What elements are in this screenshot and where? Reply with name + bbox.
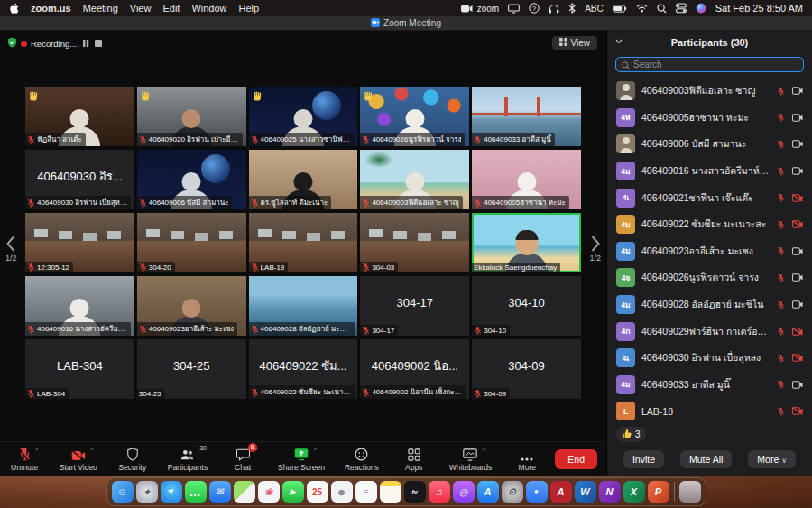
participant-row[interactable]: 406409003ฟิตีแอเลาะ ซาญู: [607, 78, 812, 105]
dock-notes-icon[interactable]: [380, 481, 401, 503]
video-tile[interactable]: LAB-304LAB-304: [25, 339, 134, 399]
video-tile[interactable]: 304-20: [137, 213, 246, 272]
apple-menu[interactable]: [9, 3, 19, 14]
toolbar-apps-button[interactable]: Apps: [399, 447, 429, 472]
dock-zoom-icon[interactable]: ●: [526, 481, 548, 503]
toolbar-participants-button[interactable]: 30^Participants: [168, 447, 208, 472]
dock-facetime-icon[interactable]: ▶: [282, 481, 304, 503]
dock-system-preferences-icon[interactable]: ⚙: [502, 481, 523, 503]
search-input[interactable]: [633, 60, 798, 69]
battery-icon[interactable]: [613, 5, 627, 13]
siri-icon[interactable]: [696, 3, 706, 14]
dock-trash-icon[interactable]: [679, 481, 701, 503]
menu-bar-clock[interactable]: Sat Feb 25 8:50 AM: [715, 3, 803, 14]
toolbar-reactions-button[interactable]: Reactions: [345, 447, 379, 472]
video-tile[interactable]: 406409030 อิร...406409030 อิรฟาน เบื่ยสุ…: [25, 150, 134, 209]
video-tile[interactable]: 304-10304-10: [472, 276, 581, 336]
video-tile[interactable]: Ekkaluck Saengduenchay: [472, 213, 581, 272]
video-tile[interactable]: 12:305-12: [25, 213, 134, 272]
more-button[interactable]: More ∨: [748, 450, 796, 468]
participant-row[interactable]: 4ม406409033 อาดีส มูนิ๊: [607, 372, 812, 399]
participant-row[interactable]: LLAB-18: [607, 398, 812, 425]
gallery-prev-button[interactable]: 1/2: [5, 236, 17, 263]
participant-row[interactable]: 4จ406409026นูรฟิรดาวน์ จารง: [607, 264, 812, 291]
control-center-icon[interactable]: [676, 3, 687, 14]
toolbar-share-screen-button[interactable]: ^Share Screen: [278, 447, 325, 472]
dock-onenote-icon[interactable]: N: [599, 481, 621, 503]
dock-messages-icon[interactable]: …: [185, 481, 207, 503]
video-tile[interactable]: 304-09304-09: [472, 339, 581, 399]
chevron-up-icon[interactable]: ^: [314, 447, 317, 453]
video-tile[interactable]: 406409033 อาดีส มูนิ๊: [472, 87, 581, 146]
dock-maps-icon[interactable]: [234, 481, 255, 503]
video-tile[interactable]: 406409003ฟิตีแอเลาะ ซาญู: [360, 150, 469, 209]
toolbar-chat-button[interactable]: 8^Chat: [227, 447, 258, 472]
participant-row[interactable]: 4เ406409030 อิรฟาน เบื่ยสุหลง: [607, 345, 812, 372]
video-tile[interactable]: 304-03: [360, 213, 469, 272]
participant-row[interactable]: 4ห406409005ฮาซานา หะมะ: [607, 105, 812, 132]
video-tile[interactable]: 406409023อาอีเส้าะ มะเซง: [137, 276, 246, 336]
participant-row[interactable]: 4เ406409021ซาฟีนา เจ๊ะแต๊ะ: [607, 184, 812, 211]
video-tile[interactable]: 406409006 บัสมี สามานะ: [137, 150, 246, 209]
menu-window[interactable]: Window: [191, 3, 226, 14]
toolbar-start-video-button[interactable]: ^Start Video: [60, 447, 97, 472]
chevron-down-icon[interactable]: [615, 37, 623, 46]
video-tile[interactable]: 406409016 นางสาวอัครีมาห์ ม...: [25, 276, 134, 336]
invite-button[interactable]: Invite: [623, 450, 664, 468]
headphones-icon[interactable]: [549, 4, 559, 14]
dock-app-store-icon[interactable]: A: [477, 481, 499, 503]
dock-acrobat-icon[interactable]: A: [550, 481, 572, 503]
menu-view[interactable]: View: [130, 3, 152, 14]
end-button[interactable]: End: [555, 449, 597, 469]
dock-finder-icon[interactable]: ☺: [112, 481, 134, 503]
video-tile[interactable]: 406409026นูรฟิรดาวน์ จารง: [360, 87, 469, 146]
menu-meeting[interactable]: Meeting: [83, 3, 118, 14]
chevron-up-icon[interactable]: ^: [35, 447, 38, 453]
participant-row[interactable]: 4ก406409029ฟาร์ฮีนา กาเดร์ออดิง: [607, 318, 812, 345]
toolbar-unmute-button[interactable]: ^Unmute: [9, 447, 40, 472]
gallery-next-button[interactable]: 1/2: [589, 236, 601, 263]
video-tile[interactable]: 406409025 นางสาวซานิฟฟะห์ แ...: [249, 87, 358, 146]
dock-excel-icon[interactable]: X: [623, 481, 645, 503]
toolbar-more-button[interactable]: More: [512, 447, 542, 472]
participant-row[interactable]: 4ม406409028 อัลอัฏฮาย์ มะชิโน: [607, 291, 812, 319]
dock-word-icon[interactable]: W: [575, 481, 596, 503]
dock-photos-icon[interactable]: ❀: [258, 481, 280, 503]
video-tile[interactable]: 304-25304-25: [137, 339, 246, 399]
toolbar-whiteboards-button[interactable]: ^Whiteboards: [449, 447, 493, 472]
dock-music-icon[interactable]: ♫: [429, 481, 450, 503]
participant-row[interactable]: 4ม406409023อาอีเส้าะ มะเซง: [607, 238, 812, 265]
dock-reminders-icon[interactable]: ≡: [355, 481, 377, 503]
video-tile[interactable]: LAB-19: [249, 213, 358, 272]
toolbar-security-button[interactable]: Security: [117, 447, 148, 472]
video-icon[interactable]: [461, 5, 473, 13]
video-tile[interactable]: 406409028 อัลอัฏฮาย์ มะชิโน: [249, 276, 358, 336]
dock-mail-icon[interactable]: ✉: [209, 481, 231, 503]
video-tile[interactable]: 406409005ฮาซานา หะมะ: [472, 150, 581, 209]
window-title-bar[interactable]: Zoom Meeting: [0, 16, 812, 31]
dock-launchpad-icon[interactable]: ✦: [136, 481, 158, 503]
menu-help[interactable]: Help: [239, 3, 260, 14]
help-icon[interactable]: ?: [529, 3, 540, 14]
dock-tv-icon[interactable]: tv: [404, 481, 426, 503]
chevron-up-icon[interactable]: ^: [200, 447, 203, 453]
chevron-up-icon[interactable]: ^: [91, 447, 94, 453]
menu-zoom-us[interactable]: zoom.us: [31, 3, 71, 14]
dock-podcasts-icon[interactable]: ◎: [453, 481, 475, 503]
dock-powerpoint-icon[interactable]: P: [648, 481, 669, 503]
video-tile[interactable]: 406409002 นิอ...406409002 นิอามีน เซ็งกะ…: [360, 339, 469, 399]
menu-edit[interactable]: Edit: [162, 3, 180, 14]
dock-contacts-icon[interactable]: ☻: [331, 481, 353, 503]
dock-safari-icon[interactable]: ➤: [161, 481, 182, 503]
chevron-up-icon[interactable]: ^: [483, 447, 485, 453]
input-source[interactable]: ABC: [585, 4, 604, 14]
wifi-icon[interactable]: [636, 4, 648, 13]
bluetooth-icon[interactable]: [568, 3, 576, 14]
stop-recording-button[interactable]: [95, 40, 102, 47]
pause-recording-button[interactable]: [82, 40, 89, 47]
video-tile[interactable]: 406409022 ซัม...406409022 ซัมซียะ มะเนาะ…: [249, 339, 358, 399]
chevron-up-icon[interactable]: ^: [254, 447, 257, 453]
display-icon[interactable]: [508, 4, 520, 14]
view-button[interactable]: View: [552, 36, 598, 50]
participant-row[interactable]: 406409006 บัสมี สามานะ: [607, 131, 812, 158]
